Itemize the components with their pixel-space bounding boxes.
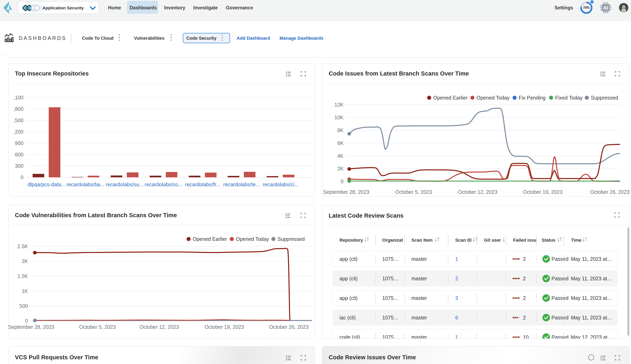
svg-text:8K: 8K: [337, 128, 343, 133]
svg-text:4K: 4K: [337, 153, 343, 159]
svg-text:Opened Today: Opened Today: [477, 95, 510, 100]
svg-text:May 11, 2023 at…: May 11, 2023 at…: [571, 315, 612, 320]
svg-text:recardolabs/ci...: recardolabs/ci...: [263, 182, 299, 187]
svg-text:master: master: [411, 315, 427, 320]
svg-text:Suppressed: Suppressed: [591, 95, 618, 100]
svg-text:October 26, 2023: October 26, 2023: [269, 324, 308, 330]
svg-text:Passed: Passed: [551, 334, 568, 339]
svg-text:,100: ,100: [14, 95, 24, 100]
svg-text:2: 2: [523, 315, 526, 320]
svg-text:October 5, 2023: October 5, 2023: [79, 324, 116, 330]
svg-text:recardolabs/su...: recardolabs/su...: [106, 182, 143, 187]
svg-text:1: 1: [455, 256, 458, 262]
svg-text:app (cli): app (cli): [339, 276, 358, 281]
svg-text:October 19, 2023: October 19, 2023: [523, 189, 562, 195]
svg-text:recardolabs/te...: recardolabs/te...: [223, 182, 260, 187]
svg-text:May 11, 2023 at…: May 11, 2023 at…: [571, 295, 612, 301]
svg-text:Passed: Passed: [551, 256, 568, 262]
svg-text:10: 10: [523, 334, 529, 339]
svg-text:dlpqa/pcs-data...: dlpqa/pcs-data...: [28, 182, 65, 187]
svg-text:Time: Time: [571, 238, 581, 243]
svg-text:1: 1: [455, 334, 458, 339]
svg-text:1K: 1K: [22, 288, 28, 294]
svg-text:October 12, 2023: October 12, 2023: [139, 324, 179, 330]
svg-text:October 26, 2023: October 26, 2023: [590, 189, 629, 195]
svg-text:2: 2: [523, 276, 526, 281]
svg-text:master: master: [411, 334, 427, 339]
svg-text:1075…: 1075…: [382, 256, 399, 262]
svg-text:2: 2: [523, 256, 526, 262]
svg-text:2K: 2K: [337, 166, 343, 172]
svg-text:Scan Item: Scan Item: [411, 238, 433, 243]
svg-text:master: master: [411, 295, 427, 301]
svg-text:600: 600: [15, 152, 24, 157]
svg-text:,500: ,500: [14, 118, 24, 123]
svg-text:Opened Earlier: Opened Earlier: [433, 95, 468, 100]
svg-text:master: master: [411, 256, 427, 262]
svg-text:0: 0: [21, 174, 24, 180]
svg-text:September 28, 2023: September 28, 2023: [323, 189, 369, 195]
svg-text:500: 500: [19, 303, 28, 309]
svg-text:1075…: 1075…: [382, 315, 399, 320]
svg-text:May 11, 2023 at…: May 11, 2023 at…: [571, 256, 612, 262]
svg-text:recardolabs/fr...: recardolabs/fr...: [185, 182, 220, 187]
svg-text:,200: ,200: [14, 129, 24, 134]
svg-text:10K: 10K: [335, 114, 344, 120]
svg-text:1.5K: 1.5K: [18, 273, 28, 279]
svg-text:2K: 2K: [22, 258, 28, 264]
svg-text:May 11, 2023 at…: May 11, 2023 at…: [571, 276, 612, 281]
svg-text:1075…: 1075…: [382, 334, 399, 339]
svg-text:,800: ,800: [14, 106, 24, 112]
svg-text:Organizat: Organizat: [382, 238, 403, 243]
svg-text:Passed: Passed: [551, 315, 568, 320]
svg-text:AI: AI: [603, 5, 608, 10]
svg-text:0: 0: [25, 318, 28, 324]
svg-text:Passed: Passed: [551, 276, 568, 281]
svg-text:recardolabs/ba...: recardolabs/ba...: [67, 182, 104, 187]
svg-text:October 19, 2023: October 19, 2023: [204, 324, 244, 330]
svg-text:1075…: 1075…: [382, 295, 399, 301]
svg-text:12K: 12K: [335, 102, 344, 108]
svg-text:recardolabs/co...: recardolabs/co...: [145, 182, 182, 187]
svg-text:900: 900: [15, 140, 24, 146]
svg-text:app (cli): app (cli): [339, 295, 358, 301]
svg-text:3: 3: [455, 295, 458, 301]
svg-text:1075…: 1075…: [382, 276, 399, 281]
svg-text:October 12, 2023: October 12, 2023: [458, 189, 497, 195]
svg-text:Fix Pending: Fix Pending: [519, 95, 546, 100]
svg-text:Git user: Git user: [484, 238, 501, 243]
svg-text:master: master: [411, 276, 427, 281]
svg-text:iac (cli): iac (cli): [339, 315, 356, 320]
svg-text:300: 300: [15, 163, 24, 169]
svg-text:Failed issu: Failed issu: [513, 238, 536, 243]
svg-text:September 28, 2023: September 28, 2023: [9, 324, 54, 330]
svg-text:Opened Earlier: Opened Earlier: [193, 236, 227, 242]
svg-text:May 12, 2023 at…: May 12, 2023 at…: [571, 334, 612, 339]
svg-text:Passed: Passed: [551, 295, 568, 301]
svg-text:Repository: Repository: [339, 238, 363, 243]
svg-text:Scan ID: Scan ID: [455, 238, 472, 243]
svg-text:code (cli): code (cli): [339, 334, 360, 339]
svg-text:2.5K: 2.5K: [18, 244, 28, 249]
svg-text:6: 6: [455, 315, 458, 320]
svg-text:October 5, 2023: October 5, 2023: [395, 189, 432, 195]
svg-text:2: 2: [523, 295, 526, 301]
svg-text:6K: 6K: [337, 140, 343, 146]
svg-text:0: 0: [341, 178, 343, 184]
svg-text:Fixed Today: Fixed Today: [555, 95, 583, 100]
svg-text:app (cli): app (cli): [339, 256, 358, 262]
svg-text:Opened Today: Opened Today: [236, 236, 269, 242]
svg-text:Suppressed: Suppressed: [278, 236, 305, 242]
svg-text:Status: Status: [542, 238, 555, 243]
svg-text:2: 2: [455, 276, 458, 281]
